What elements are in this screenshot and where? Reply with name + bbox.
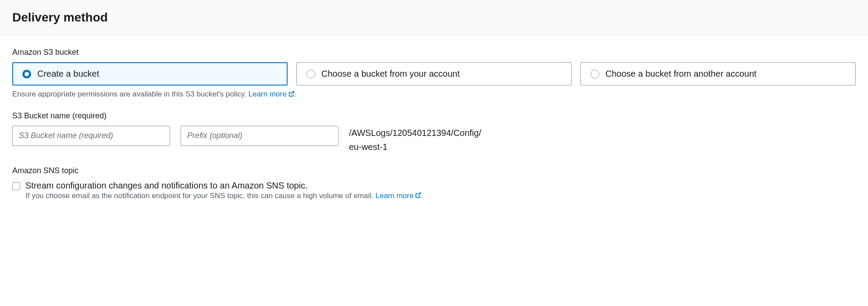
sns-learn-more-link[interactable]: Learn more xyxy=(376,192,422,200)
radio-icon xyxy=(306,70,315,78)
sns-section: Amazon SNS topic Stream configuration ch… xyxy=(12,166,856,201)
sns-helper-text: If you choose email as the notification … xyxy=(25,192,423,200)
prefix-input[interactable] xyxy=(181,126,338,146)
panel-content: Amazon S3 bucket Create a bucket Choose … xyxy=(0,36,868,213)
sns-helper-prefix: If you choose email as the notification … xyxy=(25,192,376,200)
sns-stream-checkbox[interactable] xyxy=(12,182,20,190)
page-title: Delivery method xyxy=(12,11,856,25)
path-line-2: eu-west-1 xyxy=(349,140,481,154)
radio-icon xyxy=(22,70,31,78)
radio-create-bucket[interactable]: Create a bucket xyxy=(12,62,288,85)
s3-section: Amazon S3 bucket Create a bucket Choose … xyxy=(12,48,856,154)
sns-checkbox-label: Stream configuration changes and notific… xyxy=(25,181,856,191)
external-link-icon xyxy=(415,192,421,200)
radio-icon xyxy=(591,70,599,78)
s3-radio-group: Create a bucket Choose a bucket from you… xyxy=(12,62,856,85)
s3-helper-text: Ensure appropriate permissions are avail… xyxy=(12,90,856,99)
link-text: Learn more xyxy=(249,90,287,98)
bucket-path-display: /AWSLogs/120540121394/Config/ eu-west-1 xyxy=(349,126,481,154)
s3-helper-prefix: Ensure appropriate permissions are avail… xyxy=(12,90,249,98)
sns-checkbox-content: Stream configuration changes and notific… xyxy=(25,181,856,201)
radio-choose-own-bucket[interactable]: Choose a bucket from your account xyxy=(296,62,572,85)
sns-section-label: Amazon SNS topic xyxy=(12,166,856,175)
path-line-1: /AWSLogs/120540121394/Config/ xyxy=(349,126,481,140)
bucket-input-row: /AWSLogs/120540121394/Config/ eu-west-1 xyxy=(12,126,856,154)
radio-label: Create a bucket xyxy=(37,69,99,79)
bucket-name-label: S3 Bucket name (required) xyxy=(12,111,856,121)
s3-learn-more-link[interactable]: Learn more xyxy=(249,90,295,98)
s3-section-label: Amazon S3 bucket xyxy=(12,48,856,57)
radio-label: Choose a bucket from another account xyxy=(605,69,757,79)
external-link-icon xyxy=(288,90,295,99)
bucket-name-input[interactable] xyxy=(12,126,170,146)
panel-header: Delivery method xyxy=(0,0,868,36)
link-text: Learn more xyxy=(376,192,414,200)
sns-checkbox-row: Stream configuration changes and notific… xyxy=(12,181,856,201)
radio-choose-other-bucket[interactable]: Choose a bucket from another account xyxy=(580,62,856,85)
radio-label: Choose a bucket from your account xyxy=(321,69,460,79)
